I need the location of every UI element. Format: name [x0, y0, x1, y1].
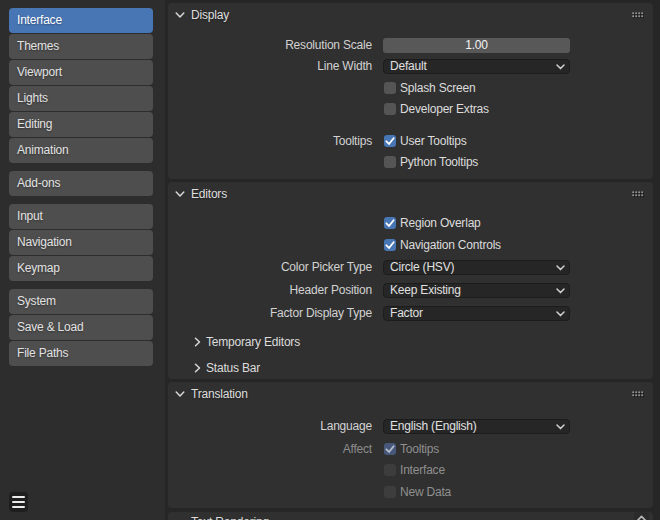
- chevron-down-icon: [175, 189, 185, 199]
- color-picker-type-dropdown[interactable]: Circle (HSV): [383, 260, 570, 275]
- panel-text-rendering: Text Rendering: [168, 512, 653, 520]
- sidebar-item-lights[interactable]: Lights: [9, 86, 153, 111]
- chevron-right-icon: [192, 363, 202, 373]
- chevron-up-icon: [636, 515, 647, 520]
- region-overlap-row: Region Overlap: [168, 216, 653, 231]
- checkbox-icon: [384, 464, 396, 476]
- affect-label: Affect: [168, 442, 372, 457]
- preferences-sidebar: Interface Themes Viewport Lights Editing…: [0, 0, 165, 520]
- sidebar-item-editing[interactable]: Editing: [9, 112, 153, 137]
- resolution-scale-row: Resolution Scale 1.00: [168, 38, 653, 53]
- line-width-row: Line Width Default: [168, 59, 653, 74]
- affect-new-data-row: New Data: [168, 485, 653, 500]
- factor-display-type-row: Factor Display Type Factor: [168, 306, 653, 321]
- hamburger-icon-bar: [12, 501, 25, 503]
- sidebar-item-file-paths[interactable]: File Paths: [9, 341, 153, 366]
- panel-title: Text Rendering: [191, 512, 269, 520]
- user-tooltips-row: Tooltips User Tooltips: [168, 134, 653, 149]
- checkbox-checked-icon: [384, 135, 396, 147]
- panel-translation-header[interactable]: Translation: [168, 382, 653, 406]
- preferences-main: Display Resolution Scale 1.00 Line Width…: [165, 0, 660, 520]
- checkbox-checked-icon: [384, 217, 396, 229]
- panel-title: Editors: [191, 182, 227, 207]
- sidebar-item-addons[interactable]: Add-ons: [9, 171, 153, 196]
- panel-editors: Editors Region Overlap Navigation Contro…: [168, 182, 653, 379]
- sidebar-item-animation[interactable]: Animation: [9, 138, 153, 163]
- language-label: Language: [168, 419, 372, 434]
- chevron-down-icon: [175, 389, 185, 399]
- resolution-scale-slider[interactable]: 1.00: [383, 38, 570, 53]
- sidebar-item-keymap[interactable]: Keymap: [9, 256, 153, 281]
- chevron-down-icon: [556, 64, 565, 70]
- subpanel-status-bar[interactable]: Status Bar: [168, 356, 653, 380]
- hamburger-icon-bar: [12, 506, 25, 508]
- panel-text-rendering-header[interactable]: Text Rendering: [168, 512, 653, 520]
- language-dropdown[interactable]: English (English): [383, 419, 570, 434]
- developer-extras-row: Developer Extras: [168, 102, 653, 117]
- sidebar-item-interface[interactable]: Interface: [9, 8, 153, 33]
- sidebar-item-save-load[interactable]: Save & Load: [9, 315, 153, 340]
- checkbox-icon: [384, 82, 396, 94]
- checkbox-checked-icon: [384, 443, 396, 455]
- python-tooltips-row: Python Tooltips: [168, 155, 653, 170]
- factor-display-type-dropdown[interactable]: Factor: [383, 306, 570, 321]
- affect-tooltips-row: Affect Tooltips: [168, 442, 653, 457]
- factor-display-type-label: Factor Display Type: [168, 306, 372, 321]
- navigation-controls-row: Navigation Controls: [168, 238, 653, 253]
- panel-translation: Translation Language English (English) A…: [168, 382, 653, 508]
- panel-grip-icon[interactable]: [632, 191, 644, 198]
- line-width-dropdown[interactable]: Default: [383, 59, 570, 74]
- scroll-up-button[interactable]: [634, 512, 649, 520]
- panel-title: Translation: [191, 382, 248, 407]
- chevron-down-icon: [556, 424, 565, 430]
- hamburger-icon-bar: [12, 496, 25, 498]
- panel-display: Display Resolution Scale 1.00 Line Width…: [168, 3, 653, 179]
- subpanel-temporary-editors[interactable]: Temporary Editors: [168, 330, 653, 354]
- panel-display-header[interactable]: Display: [168, 3, 653, 27]
- sidebar-item-viewport[interactable]: Viewport: [9, 60, 153, 85]
- chevron-down-icon: [556, 288, 565, 294]
- panel-title: Display: [191, 3, 229, 28]
- panel-grip-icon[interactable]: [632, 12, 644, 19]
- panel-editors-header[interactable]: Editors: [168, 182, 653, 206]
- affect-interface-row: Interface: [168, 463, 653, 478]
- checkbox-checked-icon: [384, 239, 396, 251]
- sidebar-item-system[interactable]: System: [9, 289, 153, 314]
- checkbox-icon: [384, 156, 396, 168]
- sidebar-item-navigation[interactable]: Navigation: [9, 230, 153, 255]
- header-position-row: Header Position Keep Existing: [168, 283, 653, 298]
- header-position-label: Header Position: [168, 283, 372, 298]
- tooltips-label: Tooltips: [168, 134, 372, 149]
- checkbox-icon: [384, 103, 396, 115]
- splash-screen-row: Splash Screen: [168, 81, 653, 96]
- color-picker-type-row: Color Picker Type Circle (HSV): [168, 260, 653, 275]
- sidebar-item-themes[interactable]: Themes: [9, 34, 153, 59]
- language-row: Language English (English): [168, 419, 653, 434]
- chevron-down-icon: [175, 10, 185, 20]
- chevron-down-icon: [556, 311, 565, 317]
- chevron-right-icon: [192, 337, 202, 347]
- checkbox-icon: [384, 486, 396, 498]
- line-width-label: Line Width: [168, 59, 372, 74]
- header-position-dropdown[interactable]: Keep Existing: [383, 283, 570, 298]
- chevron-down-icon: [556, 265, 565, 271]
- hamburger-menu-button[interactable]: [9, 492, 28, 512]
- color-picker-type-label: Color Picker Type: [168, 260, 372, 275]
- panel-grip-icon[interactable]: [632, 391, 644, 398]
- sidebar-item-input[interactable]: Input: [9, 204, 153, 229]
- resolution-scale-label: Resolution Scale: [168, 38, 372, 53]
